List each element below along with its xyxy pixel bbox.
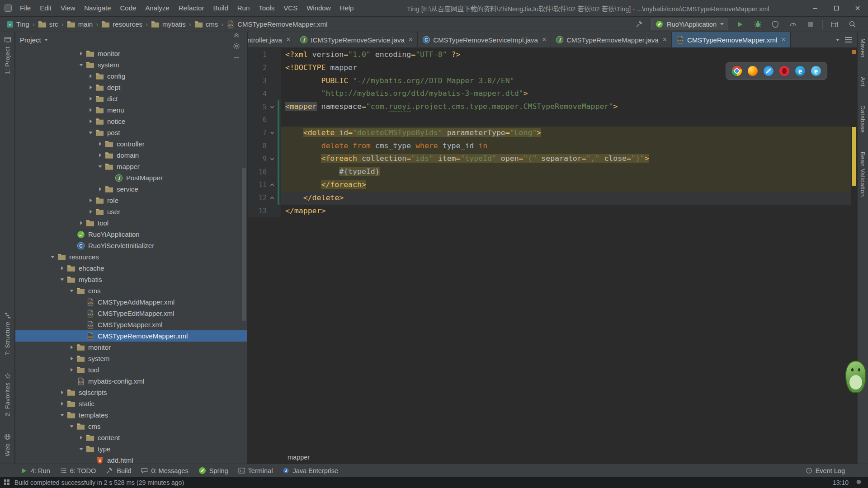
fold-toggle-icon[interactable] bbox=[267, 195, 278, 201]
stop-button[interactable] bbox=[805, 19, 816, 30]
chevron-right-icon[interactable] bbox=[86, 108, 95, 113]
tree-row-mapper[interactable]: mapper bbox=[15, 161, 247, 172]
chevron-right-icon[interactable] bbox=[77, 51, 85, 56]
menu-item-window[interactable]: Window bbox=[302, 0, 335, 16]
safari-browser-icon[interactable] bbox=[764, 66, 774, 76]
code-editor[interactable]: 1<?xml version="1.0" encoding="UTF-8" ?>… bbox=[248, 48, 857, 451]
tree-row-postmapper[interactable]: IPostMapper bbox=[15, 172, 247, 183]
menu-item-code[interactable]: Code bbox=[115, 0, 141, 16]
editor-tab-icmstyperemoveservice-java[interactable]: IICMSTypeRemoveService.java× bbox=[295, 32, 418, 47]
tree-row-mybatis-config-xml[interactable]: </>mybatis-config.xml bbox=[15, 375, 247, 387]
chevron-right-icon[interactable] bbox=[67, 367, 76, 372]
tool-button-1-project[interactable]: 1: Project bbox=[4, 34, 11, 76]
tree-row-system[interactable]: system bbox=[15, 353, 247, 364]
run-configuration-select[interactable]: RuoYiApplication bbox=[651, 19, 728, 30]
breadcrumb-item-cms[interactable]: cms bbox=[193, 19, 220, 29]
tab-close-icon[interactable]: × bbox=[663, 36, 667, 44]
tool-windows-button[interactable] bbox=[829, 19, 840, 30]
tool-button-ant[interactable]: Ant bbox=[859, 77, 866, 86]
chevron-down-icon[interactable] bbox=[58, 277, 66, 282]
chevron-right-icon[interactable] bbox=[58, 390, 66, 395]
collapse-all-button[interactable] bbox=[231, 32, 242, 40]
build-project-button[interactable] bbox=[633, 19, 645, 30]
menu-item-run[interactable]: Run bbox=[233, 0, 255, 16]
run-button[interactable] bbox=[734, 19, 746, 30]
chevron-right-icon[interactable] bbox=[86, 119, 95, 124]
tree-row-type[interactable]: type bbox=[15, 443, 247, 455]
tool-button-bean-validation[interactable]: Bean Validation bbox=[859, 152, 866, 197]
minimize-button[interactable] bbox=[804, 0, 826, 16]
menu-item-refactor[interactable]: Refactor bbox=[174, 0, 209, 16]
menu-item-help[interactable]: Help bbox=[335, 0, 359, 16]
tree-row-add-html[interactable]: 5add.html bbox=[15, 455, 247, 464]
chevron-right-icon[interactable] bbox=[86, 85, 95, 90]
inspection-profile-icon[interactable] bbox=[856, 479, 862, 486]
tree-row-service[interactable]: service bbox=[15, 183, 247, 195]
tree-row-controller[interactable]: controller bbox=[15, 138, 247, 150]
tree-row-system[interactable]: system bbox=[15, 59, 247, 70]
tab-list-dropdown-icon[interactable] bbox=[836, 39, 840, 41]
tree-row-templates[interactable]: templates bbox=[15, 409, 247, 421]
tree-row-cmstyperemovemapper-xml[interactable]: </>CMSTypeRemoveMapper.xml bbox=[15, 330, 247, 342]
toolwindow-button-6-todo[interactable]: 6: TODO bbox=[55, 464, 101, 478]
menu-item-file[interactable]: File bbox=[15, 0, 35, 16]
tree-row-mybatis[interactable]: mybatis bbox=[15, 274, 247, 285]
tree-row-monitor[interactable]: monitor bbox=[15, 342, 247, 353]
tree-row-resources[interactable]: resources bbox=[15, 251, 247, 263]
chevron-down-icon[interactable] bbox=[77, 446, 85, 451]
tree-row-menu[interactable]: menu bbox=[15, 104, 247, 116]
editor-tab-cmstyperemovemapper-java[interactable]: ICMSTypeRemoveMapper.java× bbox=[551, 32, 672, 47]
tool-window-switcher-icon[interactable] bbox=[4, 479, 10, 487]
chevron-down-icon[interactable] bbox=[48, 254, 57, 259]
opera-browser-icon[interactable] bbox=[779, 66, 789, 76]
tab-close-icon[interactable]: × bbox=[409, 36, 413, 44]
profiler-button[interactable] bbox=[787, 19, 799, 30]
tree-row-post[interactable]: post bbox=[15, 127, 247, 138]
chevron-down-icon[interactable] bbox=[58, 413, 66, 418]
chevron-right-icon[interactable] bbox=[67, 345, 76, 350]
menu-item-vcs[interactable]: VCS bbox=[279, 0, 302, 16]
breadcrumb-element[interactable]: mapper bbox=[288, 454, 310, 461]
toolwindow-button-terminal[interactable]: Terminal bbox=[233, 464, 278, 478]
tool-button-2-favorites[interactable]: 2: Favorites bbox=[4, 371, 11, 418]
menu-item-build[interactable]: Build bbox=[208, 0, 232, 16]
menu-item-edit[interactable]: Edit bbox=[35, 0, 56, 16]
tool-button-7-structure[interactable]: 7: Structure bbox=[4, 310, 11, 357]
chevron-right-icon[interactable] bbox=[67, 356, 76, 361]
editor-tab-cmstyperemovemapper-xml[interactable]: </>CMSTypeRemoveMapper.xml× bbox=[672, 32, 791, 47]
tree-row-cms[interactable]: cms bbox=[15, 421, 247, 432]
tree-row-dept[interactable]: dept bbox=[15, 82, 247, 93]
chevron-down-icon[interactable] bbox=[67, 288, 76, 293]
menu-item-analyze[interactable]: Analyze bbox=[141, 0, 174, 16]
tree-row-tool[interactable]: tool bbox=[15, 217, 247, 229]
tab-close-icon[interactable]: × bbox=[542, 36, 546, 44]
tree-row-role[interactable]: role bbox=[15, 195, 247, 206]
tool-button-database[interactable]: Database bbox=[859, 105, 866, 133]
breadcrumb-item-ting[interactable]: TTing bbox=[5, 19, 31, 29]
breadcrumb-item-src[interactable]: src bbox=[36, 19, 60, 29]
chevron-right-icon[interactable] bbox=[77, 435, 85, 440]
ie-browser-icon[interactable]: e bbox=[811, 66, 821, 76]
project-view-selector[interactable]: Project bbox=[20, 36, 41, 44]
tree-row-ehcache[interactable]: ehcache bbox=[15, 263, 247, 274]
tree-row-content[interactable]: content bbox=[15, 432, 247, 443]
chevron-down-icon[interactable] bbox=[77, 62, 85, 67]
tool-button-web[interactable]: Web bbox=[4, 432, 11, 458]
chevron-right-icon[interactable] bbox=[96, 153, 104, 158]
chevron-down-icon[interactable] bbox=[96, 164, 104, 169]
coverage-button[interactable] bbox=[769, 19, 781, 30]
editor-menu-icon[interactable] bbox=[845, 39, 852, 40]
fold-toggle-icon[interactable] bbox=[267, 182, 278, 188]
editor-tab-cmstyperemoveserviceimpl-java[interactable]: CCMSTypeRemoveServiceImpl.java× bbox=[418, 32, 551, 47]
tree-row-user[interactable]: user bbox=[15, 206, 247, 217]
chrome-browser-icon[interactable] bbox=[732, 66, 742, 76]
debug-button[interactable] bbox=[752, 19, 764, 30]
editor-tab-controller-java[interactable]: Controller.java× bbox=[248, 32, 295, 47]
chevron-right-icon[interactable] bbox=[86, 74, 95, 79]
firefox-browser-icon[interactable] bbox=[748, 66, 758, 76]
chevron-right-icon[interactable] bbox=[58, 266, 66, 271]
tree-row-cmstypeaddmapper-xml[interactable]: </>CMSTypeAddMapper.xml bbox=[15, 296, 247, 308]
breadcrumb-item-main[interactable]: main bbox=[65, 19, 95, 29]
chevron-down-icon[interactable] bbox=[67, 424, 76, 429]
toolwindow-button-4-run[interactable]: 4: Run bbox=[15, 464, 55, 478]
